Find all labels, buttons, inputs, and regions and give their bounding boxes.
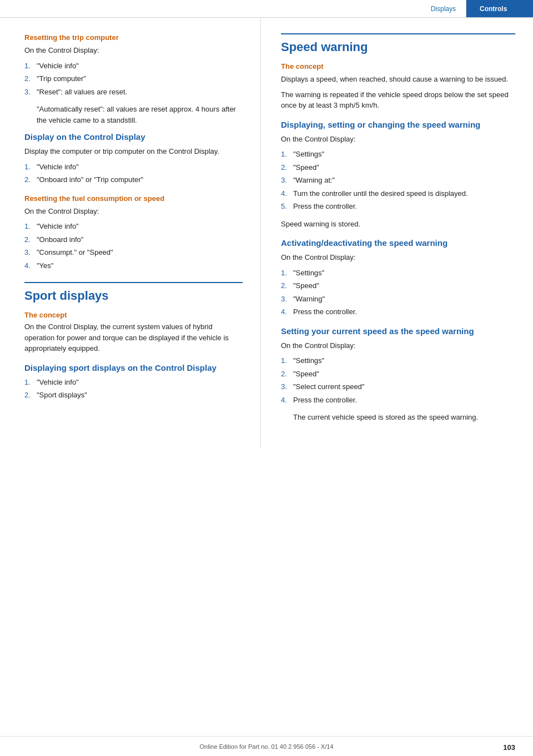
displaying-setting-note: Speed warning is stored. (281, 219, 515, 230)
sport-concept-heading: The concept (24, 311, 243, 319)
sport-display-heading: Displaying sport displays on the Control… (24, 363, 243, 372)
speed-concept-para1: Displays a speed, when reached, should c… (281, 74, 515, 85)
section-speed-concept: The concept Displays a speed, when reach… (281, 62, 515, 111)
list-item: 1. "Vehicle info" (24, 61, 243, 72)
list-item: 1. "Settings" (281, 355, 515, 366)
list-item: 3. "Reset": all values are reset. (24, 87, 243, 98)
list-item: 3. "Select current speed" (281, 381, 515, 392)
list-item: 4. Turn the controller until the desired… (281, 188, 515, 199)
list-item: 1. "Vehicle info" (24, 162, 243, 173)
speed-concept-heading: The concept (281, 62, 515, 70)
current-speed-heading: Setting your current speed as the speed … (281, 326, 515, 336)
display-control-heading: Display on the Control Display (24, 132, 243, 142)
list-item: 2. "Speed" (281, 162, 515, 173)
list-item: 2. "Onboard info" or "Trip computer" (24, 174, 243, 185)
speed-warning-heading: Speed warning (281, 40, 515, 54)
list-item: 1. "Vehicle info" (24, 221, 243, 232)
header-bar: Displays Controls (0, 0, 533, 18)
list-item: 2. "Speed" (281, 280, 515, 291)
list-item: 2. "Trip computer" (24, 73, 243, 84)
sport-display-steps: 1. "Vehicle info" 2. "Sport displays" (24, 377, 243, 401)
blue-divider (24, 282, 243, 283)
section-current-speed: Setting your current speed as the speed … (281, 326, 515, 423)
list-item: 4. Press the controller. (281, 306, 515, 317)
current-speed-intro: On the Control Display: (281, 340, 515, 351)
right-blue-divider (281, 33, 515, 34)
activating-heading: Activating/deactivating the speed warnin… (281, 238, 515, 248)
current-speed-steps: 1. "Settings" 2. "Speed" 3. "Select curr… (281, 355, 515, 405)
header-displays-tab[interactable]: Displays (421, 0, 466, 17)
reset-trip-heading: Resetting the trip computer (24, 33, 243, 42)
reset-trip-intro: On the Control Display: (24, 45, 243, 56)
speed-concept-para2: The warning is repeated if the vehicle s… (281, 89, 515, 111)
current-speed-note: The current vehicle speed is stored as t… (293, 412, 515, 423)
content-wrapper: Resetting the trip computer On the Contr… (0, 18, 533, 447)
section-reset-trip: Resetting the trip computer On the Contr… (24, 33, 243, 125)
reset-trip-steps: 1. "Vehicle info" 2. "Trip computer" 3. … (24, 61, 243, 98)
list-item: 4. "Yes" (24, 260, 243, 271)
section-activating: Activating/deactivating the speed warnin… (281, 238, 515, 317)
list-item: 2. "Onboard info" (24, 234, 243, 245)
page-number: 103 (503, 743, 515, 752)
list-item: 1. "Settings" (281, 268, 515, 279)
reset-trip-note: "Automatically reset": all values are re… (37, 104, 243, 125)
displaying-setting-heading: Displaying, setting or changing the spee… (281, 120, 515, 129)
list-item: 2. "Speed" (281, 369, 515, 380)
reset-fuel-intro: On the Control Display: (24, 206, 243, 217)
section-displaying-setting: Displaying, setting or changing the spee… (281, 120, 515, 230)
reset-fuel-heading: Resetting the fuel consumption or speed (24, 194, 243, 203)
display-control-intro: Display the computer or trip computer on… (24, 146, 243, 157)
activating-intro: On the Control Display: (281, 252, 515, 263)
displays-label: Displays (431, 5, 456, 13)
section-display-control: Display on the Control Display Display t… (24, 132, 243, 185)
display-control-steps: 1. "Vehicle info" 2. "Onboard info" or "… (24, 162, 243, 185)
list-item: 5. Press the controller. (281, 201, 515, 212)
section-reset-fuel: Resetting the fuel consumption or speed … (24, 194, 243, 271)
list-item: 3. "Warning" (281, 294, 515, 305)
right-column: Speed warning The concept Displays a spe… (261, 18, 533, 447)
footer: Online Edition for Part no. 01 40 2 956 … (0, 736, 533, 756)
left-column: Resetting the trip computer On the Contr… (0, 18, 261, 447)
reset-fuel-steps: 1. "Vehicle info" 2. "Onboard info" 3. "… (24, 221, 243, 271)
list-item: 2. "Sport displays" (24, 390, 243, 401)
sport-concept-text: On the Control Display, the current syst… (24, 321, 243, 354)
sport-displays-heading: Sport displays (24, 289, 243, 303)
list-item: 3. "Warning at:" (281, 175, 515, 186)
list-item: 4. Press the controller. (281, 395, 515, 406)
section-sport-displays: Sport displays The concept On the Contro… (24, 282, 243, 401)
list-item: 3. "Consumpt." or "Speed" (24, 247, 243, 258)
list-item: 1. "Vehicle info" (24, 377, 243, 388)
activating-steps: 1. "Settings" 2. "Speed" 3. "Warning" 4.… (281, 268, 515, 317)
controls-label: Controls (480, 5, 507, 13)
footer-text: Online Edition for Part no. 01 40 2 956 … (200, 743, 334, 750)
list-item: 1. "Settings" (281, 149, 515, 160)
displaying-setting-steps: 1. "Settings" 2. "Speed" 3. "Warning at:… (281, 149, 515, 212)
displaying-setting-intro: On the Control Display: (281, 134, 515, 145)
header-controls-tab[interactable]: Controls (466, 0, 533, 17)
